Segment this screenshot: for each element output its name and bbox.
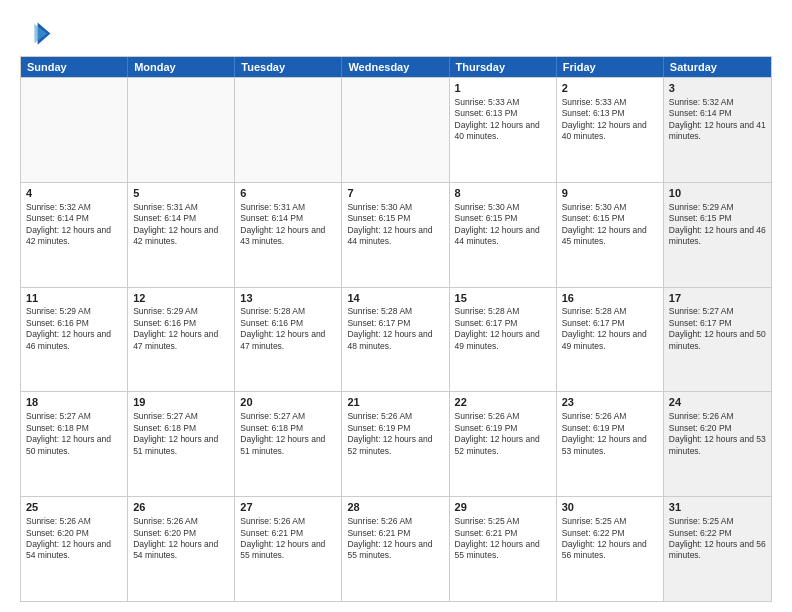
daylight-text: Daylight: 12 hours and 44 minutes.: [347, 225, 432, 246]
sunrise-text: Sunrise: 5:31 AM: [133, 202, 198, 212]
day-number: 23: [562, 395, 658, 410]
daylight-text: Daylight: 12 hours and 52 minutes.: [455, 434, 540, 455]
sunrise-text: Sunrise: 5:26 AM: [669, 411, 734, 421]
daylight-text: Daylight: 12 hours and 54 minutes.: [133, 539, 218, 560]
sunrise-text: Sunrise: 5:25 AM: [455, 516, 520, 526]
sunset-text: Sunset: 6:20 PM: [26, 528, 89, 538]
day-cell-2: 2Sunrise: 5:33 AMSunset: 6:13 PMDaylight…: [557, 78, 664, 182]
day-number: 13: [240, 291, 336, 306]
daylight-text: Daylight: 12 hours and 47 minutes.: [133, 329, 218, 350]
sunrise-text: Sunrise: 5:30 AM: [455, 202, 520, 212]
day-number: 27: [240, 500, 336, 515]
daylight-text: Daylight: 12 hours and 56 minutes.: [562, 539, 647, 560]
day-cell-7: 7Sunrise: 5:30 AMSunset: 6:15 PMDaylight…: [342, 183, 449, 287]
sunrise-text: Sunrise: 5:26 AM: [133, 516, 198, 526]
sunrise-text: Sunrise: 5:31 AM: [240, 202, 305, 212]
sunrise-text: Sunrise: 5:28 AM: [347, 306, 412, 316]
sunset-text: Sunset: 6:17 PM: [347, 318, 410, 328]
daylight-text: Daylight: 12 hours and 41 minutes.: [669, 120, 766, 141]
day-cell-9: 9Sunrise: 5:30 AMSunset: 6:15 PMDaylight…: [557, 183, 664, 287]
day-number: 22: [455, 395, 551, 410]
sunset-text: Sunset: 6:18 PM: [240, 423, 303, 433]
sunrise-text: Sunrise: 5:29 AM: [26, 306, 91, 316]
day-number: 1: [455, 81, 551, 96]
day-cell-21: 21Sunrise: 5:26 AMSunset: 6:19 PMDayligh…: [342, 392, 449, 496]
sunrise-text: Sunrise: 5:29 AM: [133, 306, 198, 316]
day-number: 20: [240, 395, 336, 410]
day-cell-27: 27Sunrise: 5:26 AMSunset: 6:21 PMDayligh…: [235, 497, 342, 601]
logo-icon: [20, 16, 52, 48]
daylight-text: Daylight: 12 hours and 50 minutes.: [26, 434, 111, 455]
calendar-row-4: 25Sunrise: 5:26 AMSunset: 6:20 PMDayligh…: [21, 496, 771, 601]
sunset-text: Sunset: 6:21 PM: [455, 528, 518, 538]
daylight-text: Daylight: 12 hours and 51 minutes.: [240, 434, 325, 455]
day-number: 24: [669, 395, 766, 410]
calendar-row-0: 1Sunrise: 5:33 AMSunset: 6:13 PMDaylight…: [21, 77, 771, 182]
daylight-text: Daylight: 12 hours and 49 minutes.: [562, 329, 647, 350]
sunrise-text: Sunrise: 5:30 AM: [562, 202, 627, 212]
sunset-text: Sunset: 6:14 PM: [26, 213, 89, 223]
day-cell-25: 25Sunrise: 5:26 AMSunset: 6:20 PMDayligh…: [21, 497, 128, 601]
daylight-text: Daylight: 12 hours and 55 minutes.: [455, 539, 540, 560]
daylight-text: Daylight: 12 hours and 51 minutes.: [133, 434, 218, 455]
sunset-text: Sunset: 6:20 PM: [133, 528, 196, 538]
sunset-text: Sunset: 6:13 PM: [562, 108, 625, 118]
calendar-header: SundayMondayTuesdayWednesdayThursdayFrid…: [21, 57, 771, 77]
day-number: 21: [347, 395, 443, 410]
daylight-text: Daylight: 12 hours and 53 minutes.: [669, 434, 766, 455]
sunset-text: Sunset: 6:14 PM: [669, 108, 732, 118]
daylight-text: Daylight: 12 hours and 54 minutes.: [26, 539, 111, 560]
day-cell-23: 23Sunrise: 5:26 AMSunset: 6:19 PMDayligh…: [557, 392, 664, 496]
day-number: 16: [562, 291, 658, 306]
daylight-text: Daylight: 12 hours and 42 minutes.: [133, 225, 218, 246]
day-cell-15: 15Sunrise: 5:28 AMSunset: 6:17 PMDayligh…: [450, 288, 557, 392]
sunrise-text: Sunrise: 5:25 AM: [669, 516, 734, 526]
day-number: 8: [455, 186, 551, 201]
daylight-text: Daylight: 12 hours and 55 minutes.: [347, 539, 432, 560]
day-number: 2: [562, 81, 658, 96]
day-cell-19: 19Sunrise: 5:27 AMSunset: 6:18 PMDayligh…: [128, 392, 235, 496]
day-number: 12: [133, 291, 229, 306]
empty-cell: [21, 78, 128, 182]
day-cell-31: 31Sunrise: 5:25 AMSunset: 6:22 PMDayligh…: [664, 497, 771, 601]
header-day-saturday: Saturday: [664, 57, 771, 77]
day-cell-5: 5Sunrise: 5:31 AMSunset: 6:14 PMDaylight…: [128, 183, 235, 287]
header-day-friday: Friday: [557, 57, 664, 77]
calendar-row-3: 18Sunrise: 5:27 AMSunset: 6:18 PMDayligh…: [21, 391, 771, 496]
daylight-text: Daylight: 12 hours and 49 minutes.: [455, 329, 540, 350]
sunset-text: Sunset: 6:16 PM: [26, 318, 89, 328]
day-cell-17: 17Sunrise: 5:27 AMSunset: 6:17 PMDayligh…: [664, 288, 771, 392]
sunset-text: Sunset: 6:16 PM: [133, 318, 196, 328]
daylight-text: Daylight: 12 hours and 46 minutes.: [26, 329, 111, 350]
daylight-text: Daylight: 12 hours and 45 minutes.: [562, 225, 647, 246]
header-day-tuesday: Tuesday: [235, 57, 342, 77]
calendar-body: 1Sunrise: 5:33 AMSunset: 6:13 PMDaylight…: [21, 77, 771, 601]
day-cell-6: 6Sunrise: 5:31 AMSunset: 6:14 PMDaylight…: [235, 183, 342, 287]
daylight-text: Daylight: 12 hours and 52 minutes.: [347, 434, 432, 455]
sunrise-text: Sunrise: 5:26 AM: [562, 411, 627, 421]
day-number: 7: [347, 186, 443, 201]
day-number: 28: [347, 500, 443, 515]
day-cell-20: 20Sunrise: 5:27 AMSunset: 6:18 PMDayligh…: [235, 392, 342, 496]
empty-cell: [235, 78, 342, 182]
day-number: 19: [133, 395, 229, 410]
day-cell-29: 29Sunrise: 5:25 AMSunset: 6:21 PMDayligh…: [450, 497, 557, 601]
header-day-thursday: Thursday: [450, 57, 557, 77]
calendar-row-2: 11Sunrise: 5:29 AMSunset: 6:16 PMDayligh…: [21, 287, 771, 392]
day-number: 4: [26, 186, 122, 201]
sunset-text: Sunset: 6:22 PM: [669, 528, 732, 538]
daylight-text: Daylight: 12 hours and 43 minutes.: [240, 225, 325, 246]
sunrise-text: Sunrise: 5:28 AM: [562, 306, 627, 316]
daylight-text: Daylight: 12 hours and 42 minutes.: [26, 225, 111, 246]
sunrise-text: Sunrise: 5:26 AM: [455, 411, 520, 421]
sunset-text: Sunset: 6:19 PM: [347, 423, 410, 433]
sunrise-text: Sunrise: 5:27 AM: [669, 306, 734, 316]
sunrise-text: Sunrise: 5:27 AM: [133, 411, 198, 421]
empty-cell: [342, 78, 449, 182]
day-number: 25: [26, 500, 122, 515]
day-number: 15: [455, 291, 551, 306]
header-day-sunday: Sunday: [21, 57, 128, 77]
empty-cell: [128, 78, 235, 182]
daylight-text: Daylight: 12 hours and 48 minutes.: [347, 329, 432, 350]
sunrise-text: Sunrise: 5:26 AM: [347, 411, 412, 421]
